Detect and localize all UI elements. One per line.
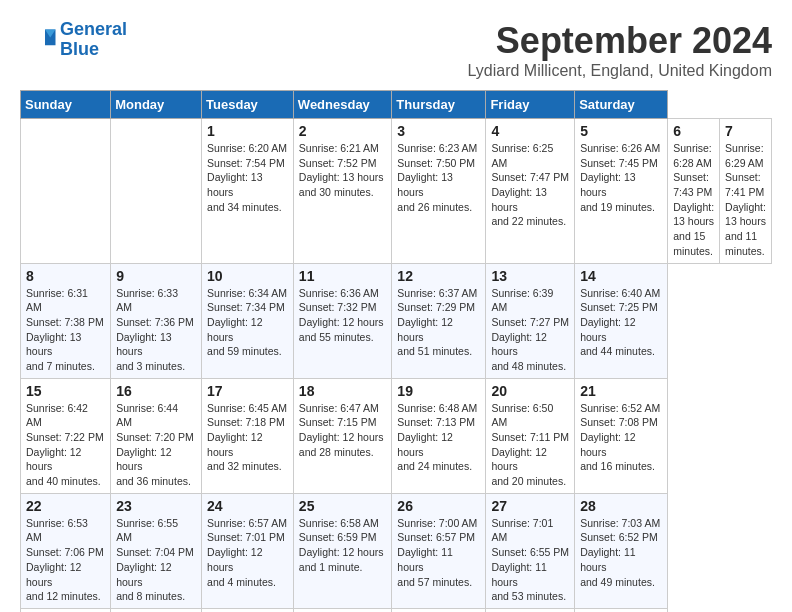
column-header-sunday: Sunday xyxy=(21,91,111,119)
day-info: Sunrise: 6:39 AM Sunset: 7:27 PM Dayligh… xyxy=(491,286,569,374)
calendar-cell: 20Sunrise: 6:50 AM Sunset: 7:11 PM Dayli… xyxy=(486,378,575,493)
day-info: Sunrise: 6:37 AM Sunset: 7:29 PM Dayligh… xyxy=(397,286,480,359)
calendar-cell: 30Sunrise: 7:06 AM Sunset: 6:48 PM Dayli… xyxy=(111,608,202,612)
column-header-tuesday: Tuesday xyxy=(202,91,294,119)
day-number: 8 xyxy=(26,268,105,284)
calendar-cell: 29Sunrise: 7:05 AM Sunset: 6:50 PM Dayli… xyxy=(21,608,111,612)
calendar-table: SundayMondayTuesdayWednesdayThursdayFrid… xyxy=(20,90,772,612)
day-number: 18 xyxy=(299,383,387,399)
day-info: Sunrise: 6:23 AM Sunset: 7:50 PM Dayligh… xyxy=(397,141,480,214)
calendar-body: 1Sunrise: 6:20 AM Sunset: 7:54 PM Daylig… xyxy=(21,119,772,613)
day-info: Sunrise: 6:25 AM Sunset: 7:47 PM Dayligh… xyxy=(491,141,569,229)
day-number: 23 xyxy=(116,498,196,514)
calendar-cell xyxy=(293,608,392,612)
day-number: 21 xyxy=(580,383,662,399)
calendar-cell: 22Sunrise: 6:53 AM Sunset: 7:06 PM Dayli… xyxy=(21,493,111,608)
day-info: Sunrise: 6:40 AM Sunset: 7:25 PM Dayligh… xyxy=(580,286,662,359)
logo-icon xyxy=(20,26,56,54)
calendar-cell: 6Sunrise: 6:28 AM Sunset: 7:43 PM Daylig… xyxy=(668,119,720,264)
calendar-cell: 24Sunrise: 6:57 AM Sunset: 7:01 PM Dayli… xyxy=(202,493,294,608)
day-info: Sunrise: 6:33 AM Sunset: 7:36 PM Dayligh… xyxy=(116,286,196,374)
day-info: Sunrise: 6:28 AM Sunset: 7:43 PM Dayligh… xyxy=(673,141,714,259)
day-number: 13 xyxy=(491,268,569,284)
calendar-header: SundayMondayTuesdayWednesdayThursdayFrid… xyxy=(21,91,772,119)
calendar-cell: 7Sunrise: 6:29 AM Sunset: 7:41 PM Daylig… xyxy=(720,119,772,264)
day-number: 20 xyxy=(491,383,569,399)
day-info: Sunrise: 6:52 AM Sunset: 7:08 PM Dayligh… xyxy=(580,401,662,474)
day-info: Sunrise: 7:03 AM Sunset: 6:52 PM Dayligh… xyxy=(580,516,662,589)
day-info: Sunrise: 6:44 AM Sunset: 7:20 PM Dayligh… xyxy=(116,401,196,489)
day-number: 1 xyxy=(207,123,288,139)
day-number: 11 xyxy=(299,268,387,284)
day-info: Sunrise: 6:29 AM Sunset: 7:41 PM Dayligh… xyxy=(725,141,766,259)
column-header-wednesday: Wednesday xyxy=(293,91,392,119)
day-info: Sunrise: 6:34 AM Sunset: 7:34 PM Dayligh… xyxy=(207,286,288,359)
day-info: Sunrise: 6:42 AM Sunset: 7:22 PM Dayligh… xyxy=(26,401,105,489)
logo: General Blue xyxy=(20,20,127,60)
day-number: 6 xyxy=(673,123,714,139)
day-number: 24 xyxy=(207,498,288,514)
day-number: 17 xyxy=(207,383,288,399)
day-info: Sunrise: 6:58 AM Sunset: 6:59 PM Dayligh… xyxy=(299,516,387,575)
week-row-1: 1Sunrise: 6:20 AM Sunset: 7:54 PM Daylig… xyxy=(21,119,772,264)
day-number: 26 xyxy=(397,498,480,514)
day-info: Sunrise: 6:50 AM Sunset: 7:11 PM Dayligh… xyxy=(491,401,569,489)
week-row-4: 22Sunrise: 6:53 AM Sunset: 7:06 PM Dayli… xyxy=(21,493,772,608)
calendar-cell: 25Sunrise: 6:58 AM Sunset: 6:59 PM Dayli… xyxy=(293,493,392,608)
day-number: 9 xyxy=(116,268,196,284)
day-info: Sunrise: 7:00 AM Sunset: 6:57 PM Dayligh… xyxy=(397,516,480,589)
day-info: Sunrise: 6:45 AM Sunset: 7:18 PM Dayligh… xyxy=(207,401,288,474)
calendar-cell xyxy=(575,608,668,612)
day-info: Sunrise: 7:01 AM Sunset: 6:55 PM Dayligh… xyxy=(491,516,569,604)
calendar-cell xyxy=(21,119,111,264)
column-header-monday: Monday xyxy=(111,91,202,119)
calendar-cell: 1Sunrise: 6:20 AM Sunset: 7:54 PM Daylig… xyxy=(202,119,294,264)
day-number: 15 xyxy=(26,383,105,399)
day-number: 27 xyxy=(491,498,569,514)
day-info: Sunrise: 6:57 AM Sunset: 7:01 PM Dayligh… xyxy=(207,516,288,589)
calendar-cell: 5Sunrise: 6:26 AM Sunset: 7:45 PM Daylig… xyxy=(575,119,668,264)
calendar-cell: 19Sunrise: 6:48 AM Sunset: 7:13 PM Dayli… xyxy=(392,378,486,493)
calendar-cell xyxy=(111,119,202,264)
calendar-cell: 3Sunrise: 6:23 AM Sunset: 7:50 PM Daylig… xyxy=(392,119,486,264)
day-info: Sunrise: 6:53 AM Sunset: 7:06 PM Dayligh… xyxy=(26,516,105,604)
day-number: 4 xyxy=(491,123,569,139)
day-number: 22 xyxy=(26,498,105,514)
day-info: Sunrise: 6:31 AM Sunset: 7:38 PM Dayligh… xyxy=(26,286,105,374)
day-number: 14 xyxy=(580,268,662,284)
day-info: Sunrise: 6:26 AM Sunset: 7:45 PM Dayligh… xyxy=(580,141,662,214)
week-row-5: 29Sunrise: 7:05 AM Sunset: 6:50 PM Dayli… xyxy=(21,608,772,612)
day-info: Sunrise: 6:36 AM Sunset: 7:32 PM Dayligh… xyxy=(299,286,387,345)
calendar-cell: 18Sunrise: 6:47 AM Sunset: 7:15 PM Dayli… xyxy=(293,378,392,493)
column-header-saturday: Saturday xyxy=(575,91,668,119)
day-info: Sunrise: 6:55 AM Sunset: 7:04 PM Dayligh… xyxy=(116,516,196,604)
calendar-cell: 4Sunrise: 6:25 AM Sunset: 7:47 PM Daylig… xyxy=(486,119,575,264)
day-number: 28 xyxy=(580,498,662,514)
calendar-cell: 26Sunrise: 7:00 AM Sunset: 6:57 PM Dayli… xyxy=(392,493,486,608)
calendar-cell: 21Sunrise: 6:52 AM Sunset: 7:08 PM Dayli… xyxy=(575,378,668,493)
week-row-2: 8Sunrise: 6:31 AM Sunset: 7:38 PM Daylig… xyxy=(21,263,772,378)
title-block: September 2024 Lydiard Millicent, Englan… xyxy=(468,20,772,80)
calendar-cell xyxy=(392,608,486,612)
calendar-cell: 17Sunrise: 6:45 AM Sunset: 7:18 PM Dayli… xyxy=(202,378,294,493)
calendar-cell: 10Sunrise: 6:34 AM Sunset: 7:34 PM Dayli… xyxy=(202,263,294,378)
header: General Blue September 2024 Lydiard Mill… xyxy=(20,20,772,80)
month-title: September 2024 xyxy=(468,20,772,62)
calendar-cell: 23Sunrise: 6:55 AM Sunset: 7:04 PM Dayli… xyxy=(111,493,202,608)
calendar-cell: 14Sunrise: 6:40 AM Sunset: 7:25 PM Dayli… xyxy=(575,263,668,378)
day-number: 19 xyxy=(397,383,480,399)
day-info: Sunrise: 6:21 AM Sunset: 7:52 PM Dayligh… xyxy=(299,141,387,200)
day-number: 5 xyxy=(580,123,662,139)
day-number: 3 xyxy=(397,123,480,139)
calendar-cell: 28Sunrise: 7:03 AM Sunset: 6:52 PM Dayli… xyxy=(575,493,668,608)
calendar-cell: 16Sunrise: 6:44 AM Sunset: 7:20 PM Dayli… xyxy=(111,378,202,493)
calendar-cell: 9Sunrise: 6:33 AM Sunset: 7:36 PM Daylig… xyxy=(111,263,202,378)
day-number: 2 xyxy=(299,123,387,139)
calendar-cell: 27Sunrise: 7:01 AM Sunset: 6:55 PM Dayli… xyxy=(486,493,575,608)
calendar-cell xyxy=(486,608,575,612)
calendar-cell: 15Sunrise: 6:42 AM Sunset: 7:22 PM Dayli… xyxy=(21,378,111,493)
calendar-cell: 8Sunrise: 6:31 AM Sunset: 7:38 PM Daylig… xyxy=(21,263,111,378)
day-number: 12 xyxy=(397,268,480,284)
day-number: 7 xyxy=(725,123,766,139)
calendar-cell: 11Sunrise: 6:36 AM Sunset: 7:32 PM Dayli… xyxy=(293,263,392,378)
